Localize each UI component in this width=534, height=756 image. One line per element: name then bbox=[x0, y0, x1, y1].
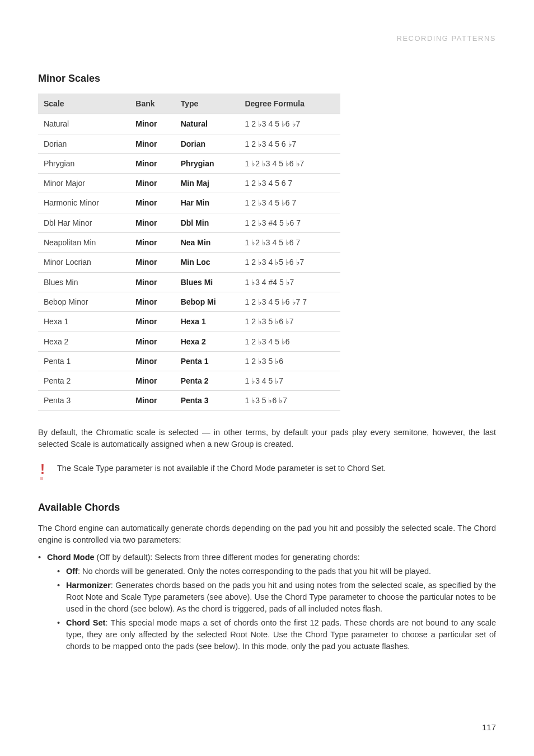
table-row: Penta 2MinorPenta 21 ♭3 4 5 ♭7 bbox=[38, 371, 340, 391]
table-row: PhrygianMinorPhrygian1 ♭2 ♭3 4 5 ♭6 ♭7 bbox=[38, 153, 340, 173]
chord-mode-label: Chord Mode bbox=[47, 553, 95, 562]
table-row: Hexa 2MinorHexa 21 2 ♭3 4 5 ♭6 bbox=[38, 332, 340, 351]
td-bank: Minor bbox=[130, 292, 175, 311]
td-type: Har Min bbox=[175, 193, 240, 213]
td-formula: 1 2 ♭3 4 5 ♭6 ♭7 7 bbox=[239, 292, 340, 311]
td-formula: 1 2 ♭3 5 ♭6 ♭7 bbox=[239, 312, 340, 332]
running-head: RECORDING PATTERNS bbox=[38, 34, 496, 44]
td-type: Blues Mi bbox=[175, 272, 240, 292]
table-row: Neapolitan MinMinorNea Min1 ♭2 ♭3 4 5 ♭6… bbox=[38, 233, 340, 253]
td-formula: 1 2 ♭3 #4 5 ♭6 7 bbox=[239, 213, 340, 232]
table-row: Minor MajorMinorMin Maj1 2 ♭3 4 5 6 7 bbox=[38, 174, 340, 193]
td-scale: Hexa 1 bbox=[38, 312, 130, 332]
th-scale: Scale bbox=[38, 94, 130, 114]
warning-text: The Scale Type parameter is not availabl… bbox=[57, 463, 496, 474]
td-formula: 1 2 ♭3 5 ♭6 bbox=[239, 351, 340, 371]
td-scale: Penta 1 bbox=[38, 351, 130, 371]
list-item-chord-set: Chord Set: This special mode maps a set … bbox=[57, 617, 496, 652]
td-formula: 1 ♭2 ♭3 4 5 ♭6 7 bbox=[239, 233, 340, 253]
td-scale: Blues Min bbox=[38, 272, 130, 292]
table-header-row: Scale Bank Type Degree Formula bbox=[38, 94, 340, 114]
page-number: 117 bbox=[482, 721, 496, 734]
th-bank: Bank bbox=[130, 94, 175, 114]
td-type: Hexa 2 bbox=[175, 332, 240, 351]
chord-set-desc: : This special mode maps a set of chords… bbox=[66, 618, 496, 651]
list-item-chord-mode: Chord Mode (Off by default): Selects fro… bbox=[38, 552, 496, 652]
td-bank: Minor bbox=[130, 233, 175, 253]
td-bank: Minor bbox=[130, 391, 175, 410]
td-scale: Penta 3 bbox=[38, 391, 130, 410]
harmonizer-label: Harmonizer bbox=[66, 581, 111, 590]
td-formula: 1 2 ♭3 4 5 6 7 bbox=[239, 174, 340, 193]
td-formula: 1 ♭2 ♭3 4 5 ♭6 ♭7 bbox=[239, 153, 340, 173]
td-type: Min Maj bbox=[175, 174, 240, 193]
td-formula: 1 2 ♭3 4 5 ♭6 ♭7 bbox=[239, 114, 340, 134]
td-bank: Minor bbox=[130, 153, 175, 173]
chord-set-label: Chord Set bbox=[66, 618, 105, 627]
td-formula: 1 ♭3 4 5 ♭7 bbox=[239, 371, 340, 391]
list-item-off: Off: No chords will be generated. Only t… bbox=[57, 566, 496, 577]
td-scale: Phrygian bbox=[38, 153, 130, 173]
table-row: Penta 1MinorPenta 11 2 ♭3 5 ♭6 bbox=[38, 351, 340, 371]
section-title-minor-scales: Minor Scales bbox=[38, 71, 496, 86]
td-scale: Dorian bbox=[38, 134, 130, 153]
td-bank: Minor bbox=[130, 371, 175, 391]
table-row: Harmonic MinorMinorHar Min1 2 ♭3 4 5 ♭6 … bbox=[38, 193, 340, 213]
td-scale: Harmonic Minor bbox=[38, 193, 130, 213]
td-bank: Minor bbox=[130, 193, 175, 213]
td-type: Min Loc bbox=[175, 253, 240, 272]
td-type: Penta 1 bbox=[175, 351, 240, 371]
table-row: Hexa 1MinorHexa 11 2 ♭3 5 ♭6 ♭7 bbox=[38, 312, 340, 332]
td-scale: Hexa 2 bbox=[38, 332, 130, 351]
td-formula: 1 2 ♭3 4 5 ♭6 7 bbox=[239, 193, 340, 213]
chord-mode-desc: (Off by default): Selects from three dif… bbox=[95, 553, 360, 562]
td-scale: Penta 2 bbox=[38, 371, 130, 391]
td-formula: 1 ♭3 5 ♭6 ♭7 bbox=[239, 391, 340, 410]
td-bank: Minor bbox=[130, 213, 175, 232]
harmonizer-desc: : Generates chords based on the pads you… bbox=[66, 581, 496, 613]
td-type: Dbl Min bbox=[175, 213, 240, 232]
page: RECORDING PATTERNS Minor Scales Scale Ba… bbox=[0, 0, 534, 756]
table-row: Blues MinMinorBlues Mi1 ♭3 4 #4 5 ♭7 bbox=[38, 272, 340, 292]
paragraph-chords-intro: The Chord engine can automatically gener… bbox=[38, 522, 496, 546]
table-row: Minor LocrianMinorMin Loc1 2 ♭3 4 ♭5 ♭6 … bbox=[38, 253, 340, 272]
chord-mode-sublist: Off: No chords will be generated. Only t… bbox=[47, 566, 496, 652]
td-scale: Dbl Har Minor bbox=[38, 213, 130, 232]
td-bank: Minor bbox=[130, 253, 175, 272]
table-row: DorianMinorDorian1 2 ♭3 4 5 6 ♭7 bbox=[38, 134, 340, 153]
td-bank: Minor bbox=[130, 332, 175, 351]
paragraph-default-scale: By default, the Chromatic scale is selec… bbox=[38, 427, 496, 450]
td-type: Penta 3 bbox=[175, 391, 240, 410]
td-type: Phrygian bbox=[175, 153, 240, 173]
td-formula: 1 2 ♭3 4 5 ♭6 bbox=[239, 332, 340, 351]
td-scale: Minor Locrian bbox=[38, 253, 130, 272]
td-bank: Minor bbox=[130, 114, 175, 134]
minor-scales-table: Scale Bank Type Degree Formula NaturalMi… bbox=[38, 94, 340, 411]
td-type: Natural bbox=[175, 114, 240, 134]
td-bank: Minor bbox=[130, 272, 175, 292]
td-formula: 1 ♭3 4 #4 5 ♭7 bbox=[239, 272, 340, 292]
chord-mode-list: Chord Mode (Off by default): Selects fro… bbox=[38, 552, 496, 652]
td-scale: Natural bbox=[38, 114, 130, 134]
td-formula: 1 2 ♭3 4 5 6 ♭7 bbox=[239, 134, 340, 153]
td-bank: Minor bbox=[130, 134, 175, 153]
list-item-harmonizer: Harmonizer: Generates chords based on th… bbox=[57, 580, 496, 615]
td-formula: 1 2 ♭3 4 ♭5 ♭6 ♭7 bbox=[239, 253, 340, 272]
td-type: Dorian bbox=[175, 134, 240, 153]
td-type: Bebop Mi bbox=[175, 292, 240, 311]
warning-note: ! The Scale Type parameter is not availa… bbox=[38, 463, 496, 480]
table-row: NaturalMinorNatural1 2 ♭3 4 5 ♭6 ♭7 bbox=[38, 114, 340, 134]
section-title-available-chords: Available Chords bbox=[38, 500, 496, 515]
td-bank: Minor bbox=[130, 312, 175, 332]
td-bank: Minor bbox=[130, 174, 175, 193]
table-row: Bebop MinorMinorBebop Mi1 2 ♭3 4 5 ♭6 ♭7… bbox=[38, 292, 340, 311]
th-type: Type bbox=[175, 94, 240, 114]
off-label: Off bbox=[66, 567, 78, 576]
table-row: Penta 3MinorPenta 31 ♭3 5 ♭6 ♭7 bbox=[38, 391, 340, 410]
td-scale: Bebop Minor bbox=[38, 292, 130, 311]
td-type: Penta 2 bbox=[175, 371, 240, 391]
td-type: Nea Min bbox=[175, 233, 240, 253]
td-scale: Minor Major bbox=[38, 174, 130, 193]
td-type: Hexa 1 bbox=[175, 312, 240, 332]
td-bank: Minor bbox=[130, 351, 175, 371]
